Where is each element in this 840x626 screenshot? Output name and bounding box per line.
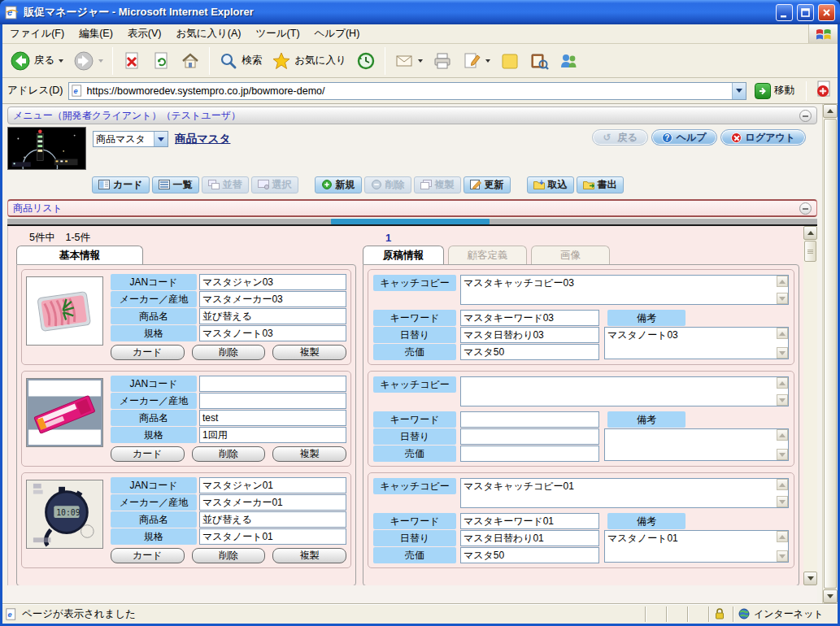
price-input[interactable] <box>460 446 599 462</box>
page-scroll-up-button[interactable] <box>823 104 838 118</box>
daily-input[interactable] <box>460 327 599 343</box>
messenger-button[interactable] <box>555 47 582 75</box>
maker-input[interactable] <box>199 393 346 409</box>
import-button[interactable]: 取込 <box>527 176 574 193</box>
keyword-input[interactable] <box>460 513 599 529</box>
back-dropdown-caret[interactable] <box>59 59 63 63</box>
duplicate-button[interactable]: 複製 <box>414 176 461 193</box>
refresh-button[interactable] <box>147 47 175 75</box>
print-button[interactable] <box>429 47 456 75</box>
catch-textarea[interactable]: マスタキャッチコピー03 <box>460 275 789 305</box>
delete-row-button[interactable]: 削除 <box>192 446 266 462</box>
delete-row-button[interactable]: 削除 <box>192 548 266 563</box>
price-input[interactable] <box>460 344 599 360</box>
help-button[interactable]: ? ヘルプ <box>651 129 717 146</box>
menu-edit[interactable]: 編集(E) <box>72 24 120 43</box>
stop-button[interactable] <box>118 47 146 75</box>
search-button[interactable]: 検索 <box>215 47 266 75</box>
go-button[interactable]: 移動 <box>751 80 798 102</box>
daily-input[interactable] <box>460 428 599 445</box>
scrollbar-thumb[interactable] <box>804 241 816 262</box>
maker-input[interactable] <box>199 494 346 511</box>
page-scroll-down-button[interactable] <box>823 589 838 603</box>
spec-input[interactable] <box>199 427 346 443</box>
scroll-down-icon[interactable] <box>777 347 788 359</box>
research-button[interactable] <box>525 47 553 75</box>
daily-input[interactable] <box>460 530 599 546</box>
scroll-down-icon[interactable] <box>777 394 788 406</box>
card-view-button[interactable]: カード <box>92 176 150 193</box>
back-button[interactable]: 戻る <box>6 47 67 75</box>
scroll-down-button[interactable] <box>803 572 817 585</box>
select-button[interactable]: 選択 <box>251 176 298 193</box>
name-input[interactable] <box>199 511 346 528</box>
mail-button[interactable] <box>390 47 427 75</box>
maker-input[interactable] <box>199 291 346 307</box>
page-scrollbar-thumb[interactable] <box>824 119 837 589</box>
jan-input[interactable] <box>199 477 346 493</box>
notes-button[interactable] <box>496 47 524 75</box>
menu-help[interactable]: ヘルプ(H) <box>307 24 368 43</box>
scroll-down-icon[interactable] <box>777 449 788 460</box>
list-view-button[interactable]: 一覧 <box>152 176 199 193</box>
card-button[interactable]: カード <box>111 345 185 360</box>
horizontal-scrollbar[interactable] <box>7 219 817 226</box>
master-link[interactable]: 商品マスタ <box>175 132 230 146</box>
edit-dropdown-caret[interactable] <box>485 59 490 63</box>
name-input[interactable] <box>199 410 346 426</box>
scroll-up-icon[interactable] <box>777 479 788 490</box>
delete-row-button[interactable]: 削除 <box>192 345 266 360</box>
maximize-button[interactable] <box>797 4 814 21</box>
menu-file[interactable]: ファイル(F) <box>2 24 72 43</box>
page-number[interactable]: 1 <box>385 232 391 244</box>
collapse-list-button[interactable] <box>799 202 812 215</box>
forward-dropdown-caret[interactable] <box>98 59 103 63</box>
master-select[interactable]: 商品マスタ <box>93 131 168 147</box>
delete-button[interactable]: 削除 <box>364 176 411 193</box>
scroll-up-icon[interactable] <box>777 377 788 389</box>
jan-input[interactable] <box>199 376 346 392</box>
tab-customer-def[interactable]: 顧客定義 <box>448 246 527 264</box>
card-button[interactable]: カード <box>111 446 185 462</box>
logout-button[interactable]: ログアウト <box>720 129 806 146</box>
keyword-input[interactable] <box>460 411 599 428</box>
copy-row-button[interactable]: 複製 <box>272 345 346 360</box>
mail-dropdown-caret[interactable] <box>418 59 423 63</box>
new-button[interactable]: 新規 <box>315 176 362 193</box>
tab-draft-info[interactable]: 原稿情報 <box>363 246 444 264</box>
favorites-button[interactable]: お気に入り <box>268 47 350 75</box>
collapse-menu-button[interactable] <box>799 110 812 122</box>
scroll-up-icon[interactable] <box>777 429 788 441</box>
note-textarea[interactable]: マスタノート03 <box>604 327 789 359</box>
edit-button[interactable] <box>458 47 494 75</box>
history-button[interactable] <box>352 47 380 75</box>
scroll-down-icon[interactable] <box>777 293 788 304</box>
price-input[interactable] <box>460 547 599 563</box>
minimize-button[interactable] <box>776 4 793 21</box>
keyword-input[interactable] <box>460 310 599 326</box>
scroll-up-icon[interactable] <box>777 328 788 339</box>
note-textarea[interactable]: マスタノート01 <box>604 530 789 563</box>
menu-tools[interactable]: ツール(T) <box>249 24 307 43</box>
card-button[interactable]: カード <box>111 548 185 563</box>
list-vertical-scrollbar[interactable] <box>803 226 817 585</box>
spec-input[interactable] <box>199 528 346 545</box>
page-back-button[interactable]: ↺ 戻る <box>592 129 647 146</box>
scrollbar-track[interactable] <box>803 263 817 572</box>
copy-row-button[interactable]: 複製 <box>272 548 346 563</box>
close-button[interactable] <box>818 4 835 21</box>
tab-image[interactable]: 画像 <box>531 246 610 264</box>
forward-button[interactable] <box>69 47 107 75</box>
jan-input[interactable] <box>199 274 346 290</box>
update-button[interactable]: 更新 <box>464 176 511 193</box>
export-button[interactable]: 書出 <box>577 176 624 193</box>
select-dropdown-button[interactable] <box>154 132 168 146</box>
catch-textarea[interactable] <box>460 376 789 406</box>
menu-favorites[interactable]: お気に入り(A) <box>168 24 248 43</box>
name-input[interactable] <box>199 308 346 324</box>
note-textarea[interactable] <box>604 428 789 461</box>
address-dropdown-button[interactable] <box>732 83 746 99</box>
adobe-pdf-icon[interactable] <box>815 80 833 101</box>
horizontal-scrollbar-thumb[interactable] <box>331 219 489 224</box>
home-button[interactable] <box>176 47 204 75</box>
